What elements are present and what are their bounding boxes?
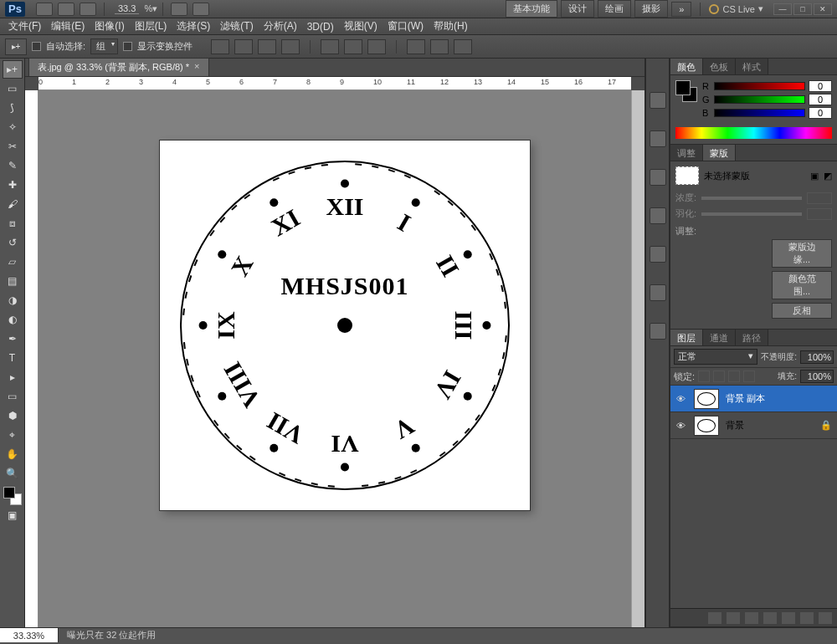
dodge-tool[interactable]: ◐ [3,310,23,329]
workspace-essentials-button[interactable]: 基本功能 [506,0,557,18]
r-value[interactable]: 0 [809,80,832,92]
mask-edge-button[interactable]: 蒙版边缘... [772,239,832,268]
document-tab[interactable]: 表.jpg @ 33.3% (背景 副本, RGB/8) * × [28,58,209,76]
horizontal-ruler[interactable]: 0123456789101112131415161718 [39,77,631,90]
menu-file[interactable]: 文件(F) [3,19,46,33]
menu-edit[interactable]: 编辑(E) [46,19,90,33]
layer-item[interactable]: 👁 背景 副本 [670,386,837,412]
mb-icon[interactable] [58,3,74,16]
feather-value[interactable] [807,208,832,220]
vertical-ruler[interactable] [25,90,39,627]
auto-select-checkbox[interactable] [32,42,41,51]
blend-mode-dropdown[interactable]: 正常 [674,349,757,365]
g-value[interactable]: 0 [809,94,832,105]
distribute-icon[interactable] [367,39,386,54]
properties-panel-icon[interactable] [650,246,666,263]
b-slider[interactable] [714,109,805,117]
type-tool[interactable]: T [3,349,23,367]
view-extras-icon[interactable] [80,3,96,16]
menu-3d[interactable]: 3D(D) [302,21,339,33]
eraser-tool[interactable]: ▱ [3,253,23,271]
layer-list[interactable]: 👁 背景 副本 👁 背景 🔒 [670,386,837,608]
mask-thumbnail[interactable] [675,166,699,185]
add-mask-icon[interactable] [745,612,758,624]
auto-select-dropdown[interactable]: 组 [90,38,118,54]
align-icon[interactable] [234,39,253,54]
lasso-tool[interactable]: ⟆ [3,99,23,117]
status-zoom[interactable]: 33.33% [0,628,59,642]
new-group-icon[interactable] [782,612,795,624]
masks-tab[interactable]: 蒙版 [703,145,736,161]
marquee-tool[interactable]: ▭ [3,79,23,98]
align-icon[interactable] [281,39,300,54]
brush-panel-icon[interactable] [650,169,666,186]
workspace-painting-button[interactable]: 绘画 [598,0,631,18]
invert-button[interactable]: 反相 [772,303,832,319]
lock-position-icon[interactable] [728,371,740,382]
g-slider[interactable] [714,95,805,104]
clone-source-panel-icon[interactable] [650,207,666,224]
current-tool-icon[interactable]: ▸+ [5,38,27,55]
distribute-icon[interactable] [407,39,425,54]
visibility-toggle-icon[interactable]: 👁 [670,394,691,404]
new-adjustment-icon[interactable] [763,612,777,624]
density-value[interactable] [807,192,832,204]
magic-wand-tool[interactable]: ✧ [3,118,23,136]
distribute-icon[interactable] [344,39,362,54]
gradient-tool[interactable]: ▤ [3,272,23,290]
feather-slider[interactable] [701,212,802,216]
lock-transparency-icon[interactable] [698,371,710,382]
opacity-value[interactable]: 100% [800,350,834,364]
color-tab[interactable]: 颜色 [670,59,703,74]
lock-pixels-icon[interactable] [713,371,725,382]
link-layers-icon[interactable] [708,612,721,624]
distribute-icon[interactable] [430,39,449,54]
screen-mode-icon[interactable] [193,3,209,16]
blur-tool[interactable]: ◑ [3,291,23,309]
show-transform-checkbox[interactable] [123,42,132,51]
layer-thumbnail[interactable] [694,389,719,409]
3d-camera-tool[interactable]: ⌖ [3,426,23,444]
vertical-scrollbar[interactable] [631,90,644,627]
window-minimize-button[interactable]: — [773,3,792,15]
visibility-toggle-icon[interactable]: 👁 [670,421,691,431]
menu-analysis[interactable]: 分析(A) [259,19,302,33]
layer-fx-icon[interactable] [727,612,740,624]
foreground-background-colors[interactable] [3,487,22,505]
eyedropper-tool[interactable]: ✎ [3,156,23,175]
menu-view[interactable]: 视图(V) [339,19,383,33]
lock-all-icon[interactable] [743,371,755,382]
delete-layer-icon[interactable] [819,612,832,624]
character-panel-icon[interactable] [650,323,666,340]
layer-name[interactable]: 背景 副本 [722,392,837,405]
pen-tool[interactable]: ✒ [3,330,23,348]
adjustments-tab[interactable]: 调整 [670,145,703,161]
zoom-tool[interactable]: 🔍 [3,464,23,483]
r-slider[interactable] [714,82,805,90]
bridge-icon[interactable] [36,3,53,16]
cs-live-button[interactable]: CS Live▾ [709,3,763,14]
menu-select[interactable]: 选择(S) [172,19,215,33]
close-tab-icon[interactable]: × [194,61,199,74]
actions-panel-icon[interactable] [650,130,666,147]
new-layer-icon[interactable] [800,612,814,624]
arrange-docs-icon[interactable] [171,3,187,16]
shape-tool[interactable]: ▭ [3,387,23,406]
move-tool[interactable]: ▸+ [3,60,23,79]
distribute-icon[interactable] [454,39,472,54]
add-vector-mask-icon[interactable]: ◩ [824,171,832,181]
healing-brush-tool[interactable]: ✚ [3,176,23,194]
canvas-document[interactable]: MHSJS001 XIIIIIIIIIVVVIVIIVIIIIXXXI [160,141,530,510]
workspace-design-button[interactable]: 设计 [561,0,594,18]
window-close-button[interactable]: ✕ [814,3,832,15]
layers-tab[interactable]: 图层 [670,330,703,345]
menu-image[interactable]: 图像(I) [90,19,129,33]
crop-tool[interactable]: ✂ [3,137,23,156]
align-icon[interactable] [211,39,229,54]
paths-tab[interactable]: 路径 [736,330,768,345]
quick-mask-toggle[interactable]: ▣ [3,506,23,524]
clone-stamp-tool[interactable]: ⧈ [3,214,23,233]
styles-tab[interactable]: 样式 [736,59,768,74]
add-pixel-mask-icon[interactable]: ▣ [810,171,819,181]
density-slider[interactable] [701,197,802,200]
